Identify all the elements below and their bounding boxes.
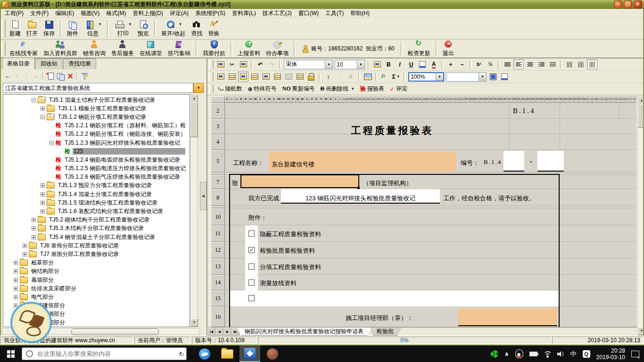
- column-header-cell[interactable]: BO: [531, 96, 536, 102]
- column-header-cell[interactable]: BT: [555, 96, 560, 102]
- row-header-cell[interactable]: 8: [211, 189, 225, 206]
- tree-item[interactable]: +TJ5.2 砌体结构子分部工程质量验收记录: [3, 216, 190, 224]
- row-header-cell[interactable]: 7: [211, 175, 225, 189]
- paste-icon[interactable]: [238, 59, 248, 69]
- superscript-icon[interactable]: b²: [474, 59, 484, 69]
- assess-button[interactable]: ✓评定: [390, 85, 407, 93]
- row-header-cell[interactable]: 13: [211, 258, 225, 275]
- sheet-row[interactable]: [225, 258, 636, 275]
- battery-icon[interactable]: [529, 352, 537, 356]
- search-input[interactable]: [36, 350, 176, 358]
- dropdown-arrow-icon[interactable]: ▼: [351, 87, 355, 91]
- column-header-cell[interactable]: D: [234, 96, 239, 102]
- column-header-cell[interactable]: E: [239, 96, 244, 102]
- column-header-cell[interactable]: AX: [451, 96, 456, 102]
- document-canvas[interactable]: [225, 103, 636, 327]
- menu-item[interactable]: 文件(F): [27, 9, 52, 18]
- column-header-cell[interactable]: BQ: [541, 96, 545, 102]
- 信息-button[interactable]: ▼信息: [81, 18, 105, 39]
- bold-icon[interactable]: B: [383, 59, 394, 69]
- column-header-cell[interactable]: O: [286, 96, 291, 102]
- 上报资料-button[interactable]: 上报资料: [235, 40, 263, 58]
- dropdown-arrow-icon[interactable]: ▼: [357, 60, 364, 69]
- column-header[interactable]: BCDEFGHIJKLMNOPQRSTUVWXYZAAABACADAEAFAGA…: [225, 96, 636, 103]
- q-app-tray-icon[interactable]: Q: [583, 350, 590, 358]
- row-header-cell[interactable]: 15: [211, 290, 225, 306]
- tree-item[interactable]: +TJ5.1.6 装配式结构分项工程质量验收记录: [3, 207, 190, 215]
- column-header-cell[interactable]: S: [305, 96, 310, 102]
- 待办事项-button[interactable]: 待办事项: [263, 40, 291, 58]
- column-header-cell[interactable]: CI: [626, 96, 630, 102]
- underline-icon[interactable]: U: [406, 59, 416, 69]
- column-header-cell[interactable]: AY: [456, 96, 461, 102]
- dropdown-arrow-icon[interactable]: ▼: [325, 60, 332, 69]
- special-symbol-button[interactable]: ⊕特殊符号: [248, 85, 276, 93]
- column-header-cell[interactable]: AM: [399, 96, 404, 102]
- tree-item[interactable]: +TJ5.1.5 现浇结构分项工程质量验收记录: [3, 198, 190, 207]
- sheet-row[interactable]: [225, 134, 636, 150]
- expand-icon[interactable]: +: [32, 235, 36, 239]
- tree-item[interactable]: −TJ5.1.2 钢筋分项工程质量验收记录: [3, 113, 190, 121]
- font-color-icon[interactable]: A: [429, 59, 439, 69]
- 在线找专家-button[interactable]: 在线找专家: [7, 40, 41, 58]
- scroll-down-icon[interactable]: ▼: [190, 319, 198, 327]
- menu-item[interactable]: 帮助(H): [347, 9, 373, 18]
- sheet-row[interactable]: [225, 119, 636, 134]
- 销售咨询-button[interactable]: 销售咨询: [80, 40, 108, 58]
- sheet-nav-first-icon[interactable]: |◀: [207, 328, 215, 336]
- 我要付款-button[interactable]: 我要付款: [200, 40, 228, 58]
- column-header-cell[interactable]: V: [319, 96, 324, 102]
- column-header-cell[interactable]: BU: [560, 96, 564, 102]
- column-header-cell[interactable]: CF: [611, 96, 616, 102]
- insert-column-icon[interactable]: [261, 72, 271, 82]
- lock-icon[interactable]: [306, 72, 316, 82]
- copy-item-icon[interactable]: [56, 72, 65, 80]
- collapse-icon[interactable]: −: [50, 141, 54, 145]
- dropdown-arrow-icon[interactable]: ▼: [479, 73, 486, 81]
- italic-icon[interactable]: I: [395, 59, 405, 69]
- expand-icon[interactable]: +: [41, 209, 45, 214]
- border-icon[interactable]: ▼: [488, 72, 498, 82]
- close-button[interactable]: ×: [634, 0, 642, 8]
- menu-item[interactable]: 系统维护(S): [192, 9, 229, 18]
- taskbar-app-explorer[interactable]: [217, 346, 238, 362]
- column-header-cell[interactable]: AL: [395, 96, 399, 102]
- menu-item[interactable]: 视图(V): [77, 9, 103, 18]
- tree-item[interactable]: +桩基部分: [3, 259, 190, 267]
- expand-icon[interactable]: +: [41, 201, 45, 205]
- delete-item-icon[interactable]: [65, 72, 74, 80]
- column-header-cell[interactable]: CE: [607, 96, 611, 102]
- column-header-cell[interactable]: AQ: [418, 96, 423, 102]
- expand-icon[interactable]: +: [32, 226, 36, 230]
- expand-icon[interactable]: +: [14, 287, 18, 291]
- column-header-cell[interactable]: AO: [409, 96, 413, 102]
- notification-center-icon[interactable]: [631, 351, 639, 357]
- row-header-cell[interactable]: 4: [211, 134, 225, 150]
- column-header-cell[interactable]: CC: [597, 96, 602, 102]
- column-header-cell[interactable]: BP: [536, 96, 541, 102]
- column-header-cell[interactable]: AS: [428, 96, 432, 102]
- start-button[interactable]: [0, 346, 22, 362]
- undo-icon[interactable]: ↶: [255, 59, 265, 69]
- column-header-cell[interactable]: BB: [470, 96, 475, 102]
- column-header-cell[interactable]: C: [230, 96, 234, 102]
- report-form-button[interactable]: 验报验表: [360, 85, 384, 93]
- vertical-text-right-icon[interactable]: [587, 59, 597, 69]
- column-header-cell[interactable]: I: [258, 96, 263, 102]
- menu-item[interactable]: 技术工艺(J): [259, 9, 295, 18]
- size-combo[interactable]: 10▼: [335, 60, 365, 69]
- row-header-cell[interactable]: 10: [211, 208, 225, 225]
- column-header-cell[interactable]: BG: [494, 96, 498, 102]
- tree-item[interactable]: 检TJ5.1.2.5 钢筋电渣压力焊接头检验批质量验收记: [3, 165, 190, 173]
- column-header-cell[interactable]: P: [291, 96, 296, 102]
- menu-item[interactable]: 资料上报(D): [129, 9, 166, 18]
- expand-icon[interactable]: +: [41, 183, 45, 188]
- random-number-button[interactable]: ¹₂₃随机数: [218, 85, 242, 93]
- tree-item[interactable]: 检TJ5.1.2.6 钢筋气压焊接头检验批质量验收记录: [3, 173, 190, 181]
- taskbar-app-zhuye-active[interactable]: [239, 346, 260, 362]
- redo-icon[interactable]: ↷: [266, 59, 277, 69]
- wifi-icon[interactable]: [544, 351, 551, 357]
- merge-cell-icon[interactable]: [272, 72, 282, 82]
- column-header-cell[interactable]: BW: [569, 96, 574, 102]
- ime-indicator[interactable]: 中: [570, 350, 577, 358]
